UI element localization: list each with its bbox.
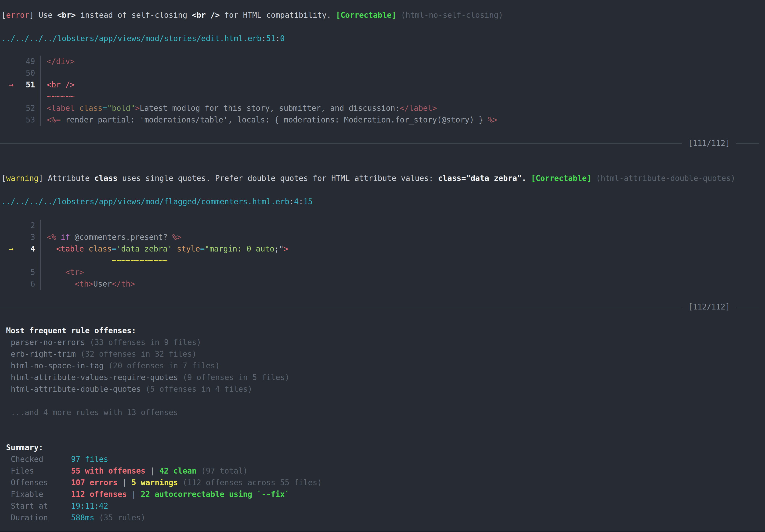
severity-warning-label: warning: [6, 174, 39, 183]
offense-2: [warning] Attribute class uses single qu…: [0, 173, 765, 184]
rule-count: (9 offenses in 5 files): [183, 373, 290, 382]
summary-label: Start at: [11, 500, 71, 512]
rule-offense-item: html-attribute-double-quotes (5 offenses…: [0, 383, 765, 395]
line-number: 5: [17, 266, 35, 278]
rule-offense-item: erb-right-trim (32 offenses in 32 files): [0, 348, 765, 360]
rule-name: (html-attribute-double-quotes): [591, 174, 735, 183]
rule-name: erb-right-trim: [11, 349, 76, 358]
file-path-2: ../../../../lobsters/app/views/mod/flagg…: [0, 196, 765, 208]
code-line: 53<%= render partial: 'moderations/table…: [0, 114, 765, 126]
summary-value: 588ms: [71, 513, 94, 522]
bracket: ]: [39, 174, 43, 183]
code-snippet: <br>: [57, 11, 76, 20]
summary-section: Summary: Checked97 files Files55 with of…: [0, 442, 765, 524]
summary-header: Summary:: [0, 442, 765, 453]
summary-row-duration: Duration588ms (35 rules): [0, 512, 765, 524]
code-block-1: 49</div> 50 →51<br /> ~~~~~~ 52<label cl…: [0, 56, 765, 126]
progress-divider-1: [111/112]: [0, 138, 765, 149]
line-number: 2: [17, 220, 35, 232]
divider-line: [0, 307, 682, 307]
divider-line: [736, 307, 759, 307]
line-number: 3: [17, 232, 35, 243]
warning-arrow-icon: →: [9, 243, 17, 255]
offense-1-message: [error] Use <br> instead of self-closing…: [0, 9, 765, 21]
code-line: 6 <th>User</th>: [0, 278, 765, 290]
code-line: 2: [0, 220, 765, 232]
summary-row-fixable: Fixable112 offenses | 22 autocorrectable…: [0, 488, 765, 500]
code-snippet: class="data zebra".: [438, 174, 526, 183]
code-snippet: <br />: [192, 11, 220, 20]
summary-label: Fixable: [11, 488, 71, 500]
rule-name: html-no-space-in-tag: [11, 361, 104, 370]
col-ref: 15: [303, 197, 313, 206]
squiggle-underline: ~~~~~~~~~~~~: [47, 256, 168, 265]
line-number: 49: [17, 56, 35, 67]
line-number: 6: [17, 278, 35, 290]
window-bottom-edge: [0, 531, 765, 532]
offense-1: [error] Use <br> instead of self-closing…: [0, 9, 765, 21]
progress-counter: [112/112]: [688, 301, 730, 313]
line-ref: 51: [266, 34, 276, 43]
more-rules-note: ...and 4 more rules with 13 offenses: [0, 407, 765, 418]
line-number: 50: [17, 67, 35, 79]
rule-offense-item: html-attribute-values-require-quotes (9 …: [0, 372, 765, 383]
squiggle-row: ~~~~~~~~~~~~: [0, 255, 765, 266]
summary-row-checked: Checked97 files: [0, 453, 765, 465]
severity-error-label: error: [6, 11, 29, 20]
error-arrow-icon: →: [9, 79, 17, 91]
code-line: 3<% if @commenters.present? %>: [0, 232, 765, 243]
line-number: 4: [17, 243, 35, 255]
summary-label: Files: [11, 465, 71, 477]
line-number: 51: [17, 79, 35, 91]
bracket: [: [1, 11, 6, 20]
offense-2-message: [warning] Attribute class uses single qu…: [0, 173, 765, 184]
squiggle-row: ~~~~~~: [0, 91, 765, 102]
rule-name: parser-no-errors: [11, 338, 85, 347]
summary-label: Offenses: [11, 477, 71, 488]
rule-count: (20 offenses in 7 files): [108, 361, 220, 370]
summary-value: 19:11:42: [71, 501, 108, 510]
progress-counter: [111/112]: [688, 138, 730, 149]
line-number: 53: [17, 114, 35, 126]
file-path: ../../../../lobsters/app/views/mod/flagg…: [1, 197, 290, 206]
rule-offense-item: parser-no-errors (33 offenses in 9 files…: [0, 336, 765, 348]
divider-line: [0, 143, 682, 144]
code-line-highlighted: →4 <table class='data zebra' style="marg…: [0, 243, 765, 255]
rule-name: (html-no-self-closing): [396, 11, 503, 20]
rule-name: html-attribute-values-require-quotes: [11, 373, 178, 382]
file-path-1: ../../../../lobsters/app/views/mod/stori…: [0, 33, 765, 44]
rule-name: html-attribute-double-quotes: [11, 384, 141, 394]
rule-count: (32 offenses in 32 files): [80, 349, 197, 358]
col-ref: 0: [280, 34, 285, 43]
summary-label: Checked: [11, 453, 71, 465]
rule-count: (33 offenses in 9 files): [90, 338, 201, 347]
rule-offenses-section: Most frequent rule offenses: parser-no-e…: [0, 325, 765, 418]
line-ref: 4: [294, 197, 299, 206]
rule-offenses-header: Most frequent rule offenses:: [0, 325, 765, 336]
file-path: ../../../../lobsters/app/views/mod/stori…: [1, 34, 262, 43]
line-number: 52: [17, 102, 35, 114]
code-line: 52<label class="bold">Latest modlog for …: [0, 102, 765, 114]
rule-count: (5 offenses in 4 files): [145, 384, 252, 394]
code-line-highlighted: →51<br />: [0, 79, 765, 91]
rule-offense-item: html-no-space-in-tag (20 offenses in 7 f…: [0, 360, 765, 372]
code-line: 50: [0, 67, 765, 79]
summary-value: 97 files: [71, 455, 108, 464]
correctable-badge: [Correctable]: [531, 174, 591, 183]
summary-row-start: Start at19:11:42: [0, 500, 765, 512]
summary-label: Duration: [11, 512, 71, 524]
code-block-2: 2 3<% if @commenters.present? %> →4 <tab…: [0, 220, 765, 290]
code-line: 5 <tr>: [0, 266, 765, 278]
terminal-output: [error] Use <br> instead of self-closing…: [0, 0, 765, 532]
squiggle-underline: ~~~~~~: [47, 92, 75, 101]
summary-row-offenses: Offenses107 errors | 5 warnings (112 off…: [0, 477, 765, 488]
code-line: 49</div>: [0, 56, 765, 67]
code-snippet: class: [94, 174, 117, 183]
progress-divider-2: [112/112]: [0, 301, 765, 313]
summary-row-files: Files55 with offenses | 42 clean (97 tot…: [0, 465, 765, 477]
correctable-badge: [Correctable]: [336, 11, 396, 20]
bracket: ]: [29, 11, 34, 20]
divider-line: [736, 143, 759, 144]
bracket: [: [1, 174, 6, 183]
